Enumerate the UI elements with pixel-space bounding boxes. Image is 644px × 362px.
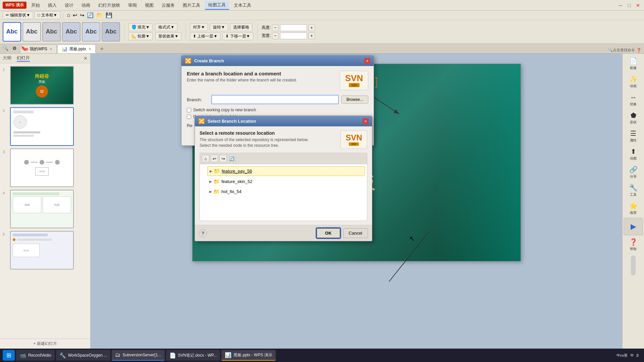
right-panel-props[interactable]: ☰ 属性 <box>624 127 643 145</box>
right-panel-tools[interactable]: 🔧 工具 <box>624 182 643 199</box>
wps-tab-close[interactable]: ✕ <box>49 47 52 51</box>
slide-thumb-4[interactable]: 4 表格 内容 <box>3 190 88 228</box>
rotate-btn[interactable]: 旋转▼ <box>210 23 228 31</box>
right-panel-new[interactable]: 📄 新建 <box>624 55 643 72</box>
menu-insert[interactable]: 插入 <box>45 1 60 9</box>
tree-forward-btn[interactable]: ↪ <box>219 155 227 162</box>
browse-button[interactable]: Browse... <box>341 96 368 104</box>
chevron-expand-1[interactable]: ▶ <box>210 169 212 173</box>
height-increase[interactable]: + <box>308 24 315 31</box>
select-branch-header-title: Select a remote resource location <box>200 130 317 136</box>
checkbox-switch[interactable] <box>187 108 191 112</box>
right-panel-shape[interactable]: ⬟ 形状 <box>624 109 643 127</box>
right-panel-recommend[interactable]: ⭐ 推荐 <box>624 200 643 217</box>
right-panel-upload[interactable]: ⬆ 传图 <box>624 145 643 163</box>
tree-item-feature-skin[interactable]: ▶ 📁 feature_skin_52 <box>207 177 365 186</box>
abc-style-2[interactable]: Abc <box>22 22 41 42</box>
toolbar-misc2[interactable]: 🔖 <box>19 45 28 52</box>
taskbar-item-pptx[interactable]: 📊 黑板.pptx - WPS 演示 <box>221 350 275 361</box>
width-increase[interactable]: + <box>308 33 315 39</box>
down-layer-btn[interactable]: ⬇ 下移一层▼ <box>222 33 253 40</box>
height-decrease[interactable]: − <box>272 24 279 31</box>
menu-animate[interactable]: 动画 <box>78 1 94 9</box>
toolbar-misc1[interactable]: ⚙ <box>11 45 18 52</box>
panel-slides-tab[interactable]: 幻灯片 <box>17 55 30 62</box>
panel-close-btn[interactable]: ✕ <box>84 56 88 61</box>
menu-image-tools[interactable]: 图片工具 <box>179 1 204 9</box>
menu-draw-tools[interactable]: 绘图工具 <box>205 1 229 10</box>
fill-btn[interactable]: 🪣 填充▼ <box>128 23 153 31</box>
tree-refresh-btn[interactable]: 🔄 <box>228 155 235 162</box>
create-branch-header-title: Enter a branch location and a comment <box>187 71 297 76</box>
slide-num-2: 2 <box>3 107 8 113</box>
help-icon[interactable]: ❓ <box>636 48 641 53</box>
format-btn[interactable]: 格式式▼ <box>155 23 177 31</box>
folder-icon-2: 📁 <box>213 178 220 185</box>
select-pane-btn[interactable]: 选择窗格 <box>230 23 252 31</box>
menu-slideshow[interactable]: 幻灯片放映 <box>95 1 123 9</box>
window-minimize[interactable]: ─ <box>617 2 624 9</box>
create-branch-close[interactable]: × <box>364 58 370 64</box>
taskbar-input-method[interactable]: 中 <box>630 353 634 358</box>
chevron-expand-3[interactable]: ▶ <box>209 190 212 193</box>
checkbox-intermediate[interactable] <box>187 115 191 119</box>
taskbar-item-workspace[interactable]: 🔧 WorkSpaceOxygen ... <box>56 350 111 361</box>
abc-style-3[interactable]: Abc <box>42 22 61 42</box>
right-panel-share[interactable]: 🔗 分享 <box>624 164 643 181</box>
text-box-btn[interactable]: □ 文本框▼ <box>35 11 60 19</box>
tree-home-btn[interactable]: ⌂ <box>202 155 209 162</box>
taskbar-item-svnnotes[interactable]: 📄 SVN笔记.docx - WP... <box>166 350 220 361</box>
file-tab-close[interactable]: ✕ <box>88 47 91 51</box>
right-panel-animate[interactable]: ✨ 动画 <box>624 73 643 90</box>
menu-text-tools[interactable]: 文本工具 <box>230 1 255 9</box>
taskbar-start-btn[interactable]: ⊞ <box>3 350 15 361</box>
menu-review[interactable]: 审阅 <box>125 1 140 9</box>
right-scrollbar[interactable] <box>631 255 636 276</box>
window-close[interactable]: ✕ <box>635 2 641 9</box>
slide-thumb-5[interactable]: 5 SVN <box>3 231 88 269</box>
menu-open[interactable]: 开始 <box>28 1 43 9</box>
outline-btn[interactable]: 📐 轮廓▼ <box>128 33 153 40</box>
menu-view[interactable]: 视图 <box>142 1 157 9</box>
slide-thumb-3[interactable]: 3 SVN <box>3 148 88 187</box>
width-decrease[interactable]: − <box>272 33 279 39</box>
svn-logo-select: SVN <box>340 130 367 149</box>
dialog-help-btn[interactable]: ? <box>199 229 207 237</box>
shape-effect-btn[interactable]: 形状效果▼ <box>155 33 181 40</box>
abc-style-6[interactable]: Abc <box>102 22 120 42</box>
tree-back-btn[interactable]: ↩ <box>211 155 218 162</box>
chevron-expand-2[interactable]: ▶ <box>209 180 212 183</box>
tree-item-feature-pay[interactable]: ▶ 📁 feature_pay_58 <box>207 166 365 176</box>
abc-style-5[interactable]: Abc <box>82 22 100 42</box>
slide-thumb-1[interactable]: 1 尚硅谷 黑板 U <box>3 66 88 105</box>
panel-outline-tab[interactable]: 大纲 <box>3 55 11 62</box>
right-panel-transition[interactable]: ↔ 切换 <box>624 91 643 109</box>
tab-file[interactable]: 📊 黑板.pptx ✕ <box>57 45 96 53</box>
checkbox-switch-label: Switch working copy to new branch <box>193 108 256 112</box>
branch-input[interactable] <box>211 95 339 104</box>
slide-num-1: 1 <box>3 66 8 71</box>
right-panel-play[interactable]: ▶ <box>624 218 643 235</box>
add-slide-btn[interactable]: + 新建幻灯片 <box>0 339 90 349</box>
select-branch-close[interactable]: × <box>363 118 369 124</box>
wps-logo[interactable]: WPS 演示 <box>3 2 26 9</box>
cancel-button[interactable]: Cancel <box>343 228 368 238</box>
ok-button[interactable]: OK <box>316 228 340 238</box>
window-maximize[interactable]: □ <box>626 2 633 9</box>
edit-shape-btn[interactable]: ✏ 编辑形状▼ <box>3 11 33 19</box>
slide-thumb-2[interactable]: 2 ○ <box>3 107 88 146</box>
up-layer-btn[interactable]: ⬆ 上移一层▼ <box>190 33 220 40</box>
align-btn[interactable]: 对齐▼ <box>190 23 208 31</box>
add-tab-btn[interactable]: + <box>98 45 106 53</box>
tree-item-hotfix[interactable]: ▶ 📁 hot_fix_54 <box>207 187 365 196</box>
menu-cloud[interactable]: 云服务 <box>158 1 178 9</box>
abc-style-1[interactable]: Abc <box>3 22 21 42</box>
abc-style-4[interactable]: Abc <box>62 22 80 42</box>
right-panel-help[interactable]: ❓ 帮助 <box>624 236 643 253</box>
toolbar-find-icon[interactable]: 🔍 <box>1 45 10 52</box>
menu-design[interactable]: 设计 <box>61 1 77 9</box>
taskbar-item-svnserver[interactable]: 🗂 SubversionServer[1... <box>112 350 164 361</box>
file-tab-icon: 📊 <box>62 46 67 52</box>
slide-num-5: 5 <box>3 231 8 236</box>
taskbar-item-record[interactable]: 📹 RecordVedio <box>16 350 55 361</box>
